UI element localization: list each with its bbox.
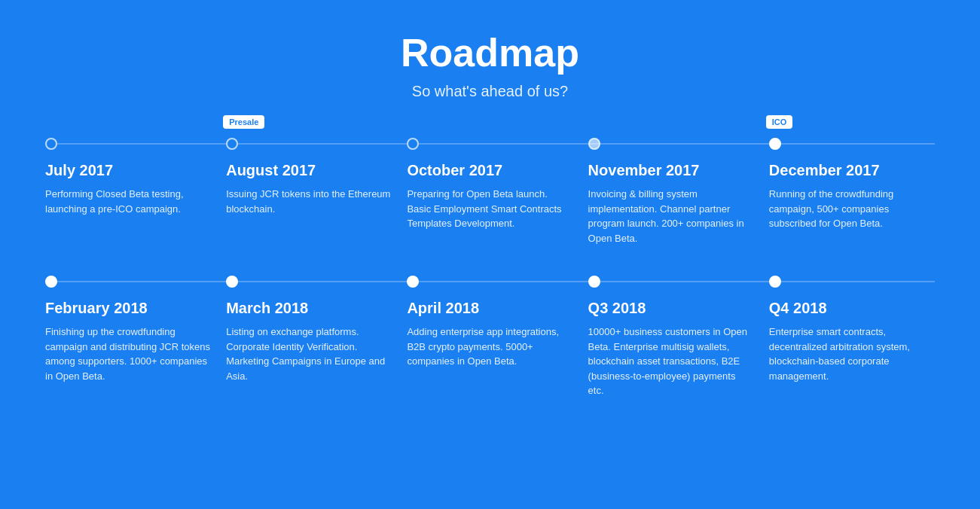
dot-container-april-2018: [399, 276, 580, 288]
dot-container-march-2018: [218, 276, 399, 288]
dot-container-november-2017: [581, 138, 762, 150]
month-label-november-2017: November 2017: [588, 162, 754, 179]
timeline-row-1: PresaleICO July 2017Performing Closed Be…: [45, 138, 935, 245]
month-label-august-2017: August 2017: [226, 162, 392, 179]
roadmap-container: PresaleICO July 2017Performing Closed Be…: [45, 138, 935, 398]
month-desc-july-2017: Performing Closed Beta testing, launchin…: [45, 187, 211, 216]
content-item-august-2017: August 2017Issuing JCR tokens into the E…: [218, 162, 399, 245]
dot-february-2018: [45, 276, 57, 288]
content-item-april-2018: April 2018Adding enterprise app integrat…: [399, 300, 580, 398]
badge-august-2017: Presale: [223, 115, 264, 129]
month-desc-march-2018: Listing on exchange platforms. Corporate…: [226, 325, 392, 383]
month-label-q4-2018: Q4 2018: [769, 300, 935, 317]
content-item-december-2017: December 2017Running of the crowdfunding…: [762, 162, 935, 245]
dot-row-2: [45, 276, 935, 288]
month-label-q3-2018: Q3 2018: [588, 300, 754, 317]
dot-row-1: PresaleICO: [45, 138, 935, 150]
page-title: Roadmap: [45, 30, 935, 75]
dot-container-october-2017: [399, 138, 580, 150]
month-desc-q3-2018: 10000+ business customers in Open Beta. …: [588, 325, 754, 398]
page-subtitle: So what's ahead of us?: [45, 83, 935, 100]
dot-container-q4-2018: [762, 276, 935, 288]
dot-december-2017: ICO: [769, 138, 781, 150]
month-desc-december-2017: Running of the crowdfunding campaign, 50…: [769, 187, 935, 231]
month-label-july-2017: July 2017: [45, 162, 211, 179]
month-label-december-2017: December 2017: [769, 162, 935, 179]
content-item-q3-2018: Q3 201810000+ business customers in Open…: [581, 300, 762, 398]
dot-container-february-2018: [45, 276, 218, 288]
dot-november-2017: [588, 138, 600, 150]
dot-q3-2018: [588, 276, 600, 288]
month-label-march-2018: March 2018: [226, 300, 392, 317]
content-item-october-2017: October 2017Preparing for Open Beta laun…: [399, 162, 580, 245]
month-desc-november-2017: Invoicing & billing system implementatio…: [588, 187, 754, 245]
dot-august-2017: Presale: [226, 138, 238, 150]
content-item-november-2017: November 2017Invoicing & billing system …: [581, 162, 762, 245]
dot-q4-2018: [769, 276, 781, 288]
dot-container-december-2017: ICO: [762, 138, 935, 150]
content-item-march-2018: March 2018Listing on exchange platforms.…: [218, 300, 399, 398]
content-row-2: February 2018Finishing up the crowdfundi…: [45, 300, 935, 398]
month-label-october-2017: October 2017: [407, 162, 572, 179]
dot-march-2018: [226, 276, 238, 288]
content-item-q4-2018: Q4 2018Enterprise smart contracts, decen…: [762, 300, 935, 398]
dot-container-august-2017: Presale: [218, 138, 399, 150]
header: Roadmap So what's ahead of us?: [45, 30, 935, 100]
timeline-row-2: February 2018Finishing up the crowdfundi…: [45, 276, 935, 398]
month-label-april-2018: April 2018: [407, 300, 572, 317]
month-desc-february-2018: Finishing up the crowdfunding campaign a…: [45, 325, 211, 383]
dot-container-q3-2018: [581, 276, 762, 288]
content-row-1: July 2017Performing Closed Beta testing,…: [45, 162, 935, 245]
dot-october-2017: [407, 138, 419, 150]
dot-july-2017: [45, 138, 57, 150]
month-desc-april-2018: Adding enterprise app integrations, B2B …: [407, 325, 572, 369]
content-item-july-2017: July 2017Performing Closed Beta testing,…: [45, 162, 218, 245]
month-label-february-2018: February 2018: [45, 300, 211, 317]
month-desc-august-2017: Issuing JCR tokens into the Ethereum blo…: [226, 187, 392, 216]
month-desc-october-2017: Preparing for Open Beta launch. Basic Em…: [407, 187, 572, 231]
dot-april-2018: [407, 276, 419, 288]
dot-container-july-2017: [45, 138, 218, 150]
content-item-february-2018: February 2018Finishing up the crowdfundi…: [45, 300, 218, 398]
month-desc-q4-2018: Enterprise smart contracts, decentralize…: [769, 325, 935, 383]
badge-december-2017: ICO: [766, 115, 793, 129]
